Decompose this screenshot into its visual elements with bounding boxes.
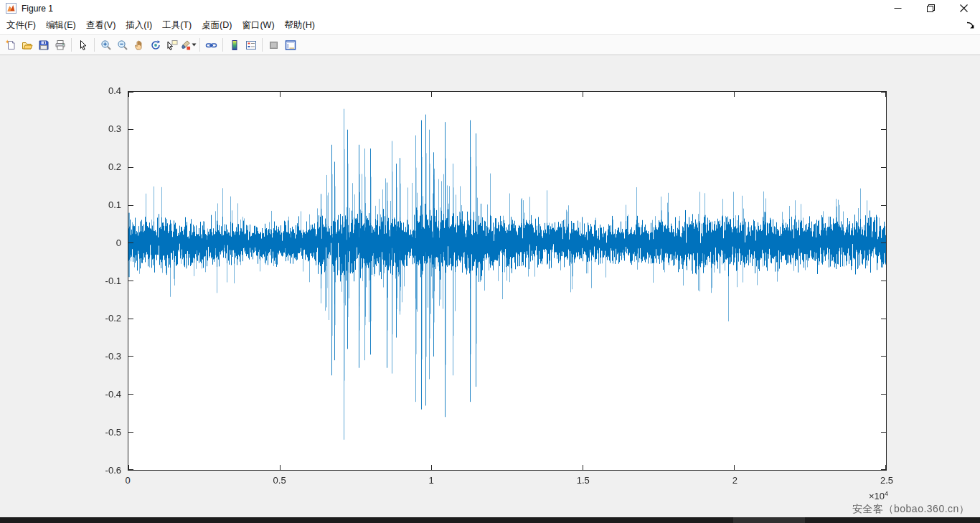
waveform-canvas [128, 92, 886, 470]
y-tick-mark [881, 205, 886, 206]
x-tick-label: 2.5 [865, 475, 908, 486]
x-axis-exponent-label: ×104 [854, 490, 888, 501]
exponent-base: ×10 [869, 491, 885, 501]
toolbar [0, 34, 980, 55]
x-tick-label: 0 [106, 475, 149, 486]
save-floppy-icon [38, 39, 50, 51]
toolbar-separator [222, 38, 223, 52]
y-tick-mark [128, 432, 133, 433]
show-plot-tools-icon [285, 39, 296, 51]
restore-button[interactable] [914, 0, 947, 17]
plot-axes [128, 91, 887, 471]
menu-edit[interactable]: 编辑(E) [41, 16, 81, 35]
menu-window[interactable]: 窗口(W) [237, 16, 279, 35]
x-tick-mark [280, 465, 281, 470]
x-tick-label: 1 [410, 475, 453, 486]
zoom-out-button[interactable] [114, 37, 131, 54]
y-tick-mark [881, 394, 886, 395]
y-tick-label: 0.2 [71, 161, 121, 172]
brush-data-button[interactable] [180, 37, 197, 54]
y-tick-mark [881, 281, 886, 281]
menu-desktop[interactable]: 桌面(D) [197, 16, 237, 35]
y-tick-mark [128, 394, 133, 395]
hide-plot-tools-button[interactable] [265, 37, 282, 54]
legend-icon [245, 39, 257, 51]
x-tick-mark [583, 465, 583, 470]
x-tick-mark [734, 92, 735, 97]
show-plot-tools-button[interactable] [282, 37, 298, 54]
x-tick-mark [280, 92, 281, 97]
y-tick-mark [881, 469, 886, 470]
dock-figure-icon[interactable] [966, 21, 975, 30]
edit-pointer-button[interactable] [75, 37, 91, 54]
y-tick-mark [128, 167, 133, 168]
printer-icon [55, 39, 66, 51]
data-cursor-icon [166, 39, 178, 51]
y-tick-mark [881, 92, 886, 93]
y-tick-mark [881, 242, 886, 243]
minimize-icon [894, 4, 902, 12]
menu-view[interactable]: 查看(V) [81, 16, 121, 35]
data-cursor-button[interactable] [164, 37, 180, 54]
menu-file[interactable]: 文件(F) [1, 16, 41, 35]
y-tick-mark [881, 356, 886, 357]
y-tick-label: 0.4 [71, 85, 121, 96]
titlebar: Figure 1 [0, 0, 980, 17]
rotate-3d-button[interactable] [147, 37, 164, 54]
y-tick-label: -0.5 [71, 427, 121, 438]
y-tick-mark [881, 129, 886, 130]
x-tick-label: 2 [713, 475, 756, 486]
insert-legend-button[interactable] [242, 37, 259, 54]
y-tick-label: -0.6 [71, 465, 121, 476]
y-tick-label: 0 [71, 237, 121, 248]
menu-tools[interactable]: 工具(T) [157, 16, 197, 35]
new-figure-button[interactable] [2, 37, 19, 54]
exponent-power: 4 [885, 490, 888, 497]
window-title: Figure 1 [22, 4, 53, 14]
hide-plot-tools-icon [268, 39, 280, 51]
x-tick-mark [431, 92, 432, 97]
close-icon [960, 4, 968, 12]
y-tick-label: 0.3 [71, 123, 121, 134]
y-tick-label: -0.3 [71, 351, 121, 362]
taskbar-strip [0, 517, 980, 523]
y-tick-label: -0.4 [71, 389, 121, 400]
y-tick-label: 0.1 [71, 199, 121, 210]
pan-hand-icon [133, 39, 145, 51]
new-figure-icon [5, 39, 17, 51]
pointer-arrow-icon [77, 39, 89, 51]
x-tick-mark [128, 92, 129, 97]
toolbar-separator [94, 38, 95, 52]
y-tick-label: -0.2 [71, 313, 121, 324]
x-tick-mark [885, 92, 886, 97]
watermark: 安全客（bobao.360.cn） [852, 503, 969, 516]
close-button[interactable] [947, 0, 980, 17]
minimize-button[interactable] [881, 0, 914, 17]
save-figure-button[interactable] [35, 37, 52, 54]
pan-hand-button[interactable] [131, 37, 147, 54]
zoom-in-button[interactable] [98, 37, 114, 54]
colorbar-icon [229, 39, 240, 51]
window-controls [881, 0, 980, 17]
menu-help[interactable]: 帮助(H) [280, 16, 320, 35]
open-folder-icon [22, 39, 33, 51]
print-figure-button[interactable] [52, 37, 68, 54]
y-tick-mark [881, 319, 886, 319]
zoom-out-icon [117, 39, 128, 51]
y-tick-mark [128, 242, 133, 243]
open-file-button[interactable] [19, 37, 35, 54]
y-tick-mark [881, 432, 886, 433]
y-tick-mark [128, 356, 133, 357]
x-tick-mark [734, 465, 735, 470]
menu-insert[interactable]: 插入(I) [121, 16, 157, 35]
toolbar-separator [262, 38, 263, 52]
brush-dropdown-caret[interactable] [192, 43, 197, 47]
menubar: 文件(F) 编辑(E) 查看(V) 插入(I) 工具(T) 桌面(D) 窗口(W… [0, 17, 980, 34]
insert-colorbar-button[interactable] [226, 37, 242, 54]
y-tick-mark [128, 469, 133, 470]
matlab-figure-icon [6, 3, 17, 14]
link-plot-button[interactable] [203, 37, 220, 54]
toolbar-separator [199, 38, 200, 52]
x-tick-mark [431, 465, 432, 470]
figure-window: Figure 1 文件(F) 编辑(E) [0, 0, 980, 523]
